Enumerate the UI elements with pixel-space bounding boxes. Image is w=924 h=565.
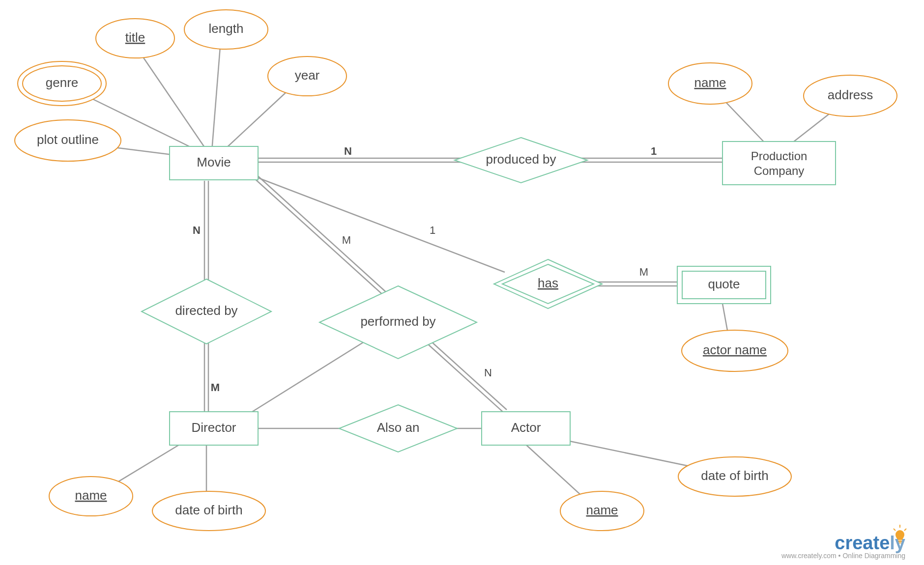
entity-movie-label: Movie bbox=[197, 155, 231, 170]
card-movie-has: 1 bbox=[430, 224, 435, 236]
attr-title-label: title bbox=[125, 30, 145, 45]
attr-length: length bbox=[184, 10, 268, 49]
attr-pc-address-label: address bbox=[828, 87, 873, 102]
card-director-directedby: M bbox=[211, 381, 220, 394]
edge-movie-performedby-1 bbox=[253, 177, 388, 300]
rel-produced-by-label: produced by bbox=[486, 152, 556, 167]
attr-quote-actor-name: actor name bbox=[682, 330, 788, 371]
er-diagram: N 1 N M M N 1 M Movie Production Company… bbox=[0, 0, 924, 565]
edge-movie-has bbox=[256, 177, 505, 272]
attr-plot-outline: plot outline bbox=[15, 120, 121, 161]
branding-name-part2: ly bbox=[890, 533, 905, 553]
entity-quote-label: quote bbox=[708, 277, 740, 291]
rel-produced-by: produced by bbox=[455, 138, 587, 183]
edge-performedby-actor-2 bbox=[431, 341, 507, 410]
attr-actor-dob-label: date of birth bbox=[701, 468, 768, 483]
card-actor-performedby: N bbox=[484, 367, 492, 379]
edge-performedby-director bbox=[251, 339, 369, 413]
attr-director-dob-label: date of birth bbox=[175, 503, 242, 517]
attr-plot-outline-label: plot outline bbox=[37, 132, 99, 147]
entity-pc-label-2: Company bbox=[754, 164, 805, 177]
edge-title-movie bbox=[138, 49, 211, 157]
entity-pc-label-1: Production bbox=[751, 149, 808, 163]
rel-performed-by: performed by bbox=[319, 286, 477, 359]
entity-director-label: Director bbox=[191, 420, 236, 435]
branding-logo: creately www.creately.com • Online Diagr… bbox=[781, 525, 906, 560]
rel-has: has bbox=[494, 259, 602, 309]
card-movie-directedby: N bbox=[193, 224, 201, 236]
entity-actor-label: Actor bbox=[511, 420, 541, 435]
svg-rect-1 bbox=[722, 141, 836, 185]
attr-director-name-label: name bbox=[75, 488, 107, 503]
edge-length-movie bbox=[211, 34, 221, 157]
attr-genre-label: genre bbox=[46, 75, 79, 90]
svg-line-29 bbox=[904, 529, 906, 531]
entity-actor: Actor bbox=[482, 412, 570, 445]
attr-pc-name-label: name bbox=[694, 75, 726, 90]
entity-quote: quote bbox=[677, 266, 771, 304]
entity-director: Director bbox=[170, 412, 258, 445]
attr-director-name: name bbox=[49, 477, 133, 516]
svg-line-28 bbox=[894, 529, 895, 531]
branding-tagline: www.creately.com • Online Diagramming bbox=[781, 552, 905, 560]
attr-length-label: length bbox=[209, 21, 244, 36]
rel-also-an-label: Also an bbox=[377, 420, 420, 435]
rel-has-label: has bbox=[538, 276, 558, 290]
branding-name-part1: create bbox=[835, 533, 890, 553]
attr-pc-address: address bbox=[804, 75, 897, 116]
rel-directed-by-label: directed by bbox=[175, 303, 237, 318]
attr-genre: genre bbox=[18, 61, 106, 106]
entity-production-company: Production Company bbox=[722, 141, 836, 185]
rel-performed-by-label: performed by bbox=[360, 314, 435, 329]
attr-year: year bbox=[268, 56, 346, 96]
attr-actor-name-label: name bbox=[586, 503, 618, 517]
card-quote-has: M bbox=[639, 266, 648, 278]
attr-year-label: year bbox=[295, 68, 320, 83]
edge-movie-performedby-2 bbox=[256, 174, 391, 297]
card-movie-performedby: M bbox=[342, 234, 351, 246]
edge-performedby-actor-1 bbox=[428, 344, 504, 413]
branding-name: creately bbox=[835, 533, 905, 553]
rel-directed-by: directed by bbox=[142, 279, 271, 344]
attr-director-dob: date of birth bbox=[152, 491, 265, 531]
attr-actor-name: name bbox=[560, 491, 644, 531]
attr-pc-name: name bbox=[668, 63, 752, 104]
card-pc-producedby: 1 bbox=[651, 145, 657, 157]
card-movie-producedby: N bbox=[344, 145, 352, 157]
attr-actor-dob: date of birth bbox=[678, 457, 791, 496]
rel-also-an: Also an bbox=[339, 405, 457, 452]
attr-quote-actor-name-label: actor name bbox=[703, 342, 767, 357]
entity-movie: Movie bbox=[170, 146, 258, 180]
attr-title: title bbox=[96, 19, 174, 58]
